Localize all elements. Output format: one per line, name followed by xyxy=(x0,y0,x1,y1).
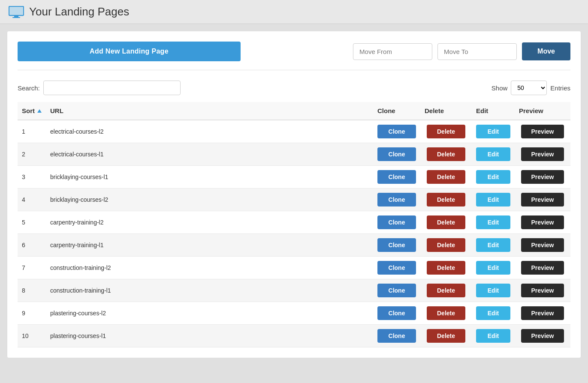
cell-clone: Clone xyxy=(373,143,420,166)
edit-button[interactable]: Edit xyxy=(476,193,510,206)
cell-edit: Edit xyxy=(472,143,515,166)
cell-delete: Delete xyxy=(420,189,472,211)
cell-sort: 8 xyxy=(18,279,46,302)
cell-delete: Delete xyxy=(420,166,472,189)
cell-url: electrical-courses-l2 xyxy=(46,120,373,143)
edit-button[interactable]: Edit xyxy=(476,170,510,184)
preview-button[interactable]: Preview xyxy=(521,261,564,275)
svg-rect-1 xyxy=(14,15,18,17)
cell-preview: Preview xyxy=(515,325,570,347)
cell-clone: Clone xyxy=(373,166,420,189)
edit-button[interactable]: Edit xyxy=(476,329,510,343)
cell-clone: Clone xyxy=(373,325,420,347)
edit-button[interactable]: Edit xyxy=(476,284,510,297)
cell-sort: 1 xyxy=(18,120,46,143)
move-from-input[interactable] xyxy=(353,43,432,60)
table-row: 9 plastering-courses-l2 Clone Delete Edi… xyxy=(18,302,570,325)
cell-preview: Preview xyxy=(515,302,570,325)
clone-button[interactable]: Clone xyxy=(377,147,416,161)
cell-edit: Edit xyxy=(472,189,515,211)
table-row: 8 construction-training-l1 Clone Delete … xyxy=(18,279,570,302)
cell-edit: Edit xyxy=(472,234,515,257)
table-row: 4 bricklaying-courses-l2 Clone Delete Ed… xyxy=(18,189,570,211)
preview-button[interactable]: Preview xyxy=(521,170,564,184)
table-row: 3 bricklaying-courses-l1 Clone Delete Ed… xyxy=(18,166,570,189)
cell-edit: Edit xyxy=(472,302,515,325)
table-row: 6 carpentry-training-l1 Clone Delete Edi… xyxy=(18,234,570,257)
cell-sort: 10 xyxy=(18,325,46,347)
search-input[interactable] xyxy=(43,81,181,95)
delete-button[interactable]: Delete xyxy=(427,125,465,138)
edit-button[interactable]: Edit xyxy=(476,306,510,320)
add-landing-page-button[interactable]: Add New Landing Page xyxy=(18,42,241,61)
th-clone: Clone xyxy=(373,102,420,120)
cell-sort: 9 xyxy=(18,302,46,325)
preview-button[interactable]: Preview xyxy=(521,329,564,343)
delete-button[interactable]: Delete xyxy=(427,215,465,229)
preview-button[interactable]: Preview xyxy=(521,238,564,252)
show-group: Show 10 25 50 100 Entries xyxy=(492,81,570,95)
cell-clone: Clone xyxy=(373,234,420,257)
edit-button[interactable]: Edit xyxy=(476,215,510,229)
cell-url: construction-training-l2 xyxy=(46,257,373,279)
clone-button[interactable]: Clone xyxy=(377,238,416,252)
delete-button[interactable]: Delete xyxy=(427,306,465,320)
svg-rect-3 xyxy=(10,7,23,15)
preview-button[interactable]: Preview xyxy=(521,125,564,138)
cell-url: electrical-courses-l1 xyxy=(46,143,373,166)
cell-edit: Edit xyxy=(472,166,515,189)
table-row: 5 carpentry-training-l2 Clone Delete Edi… xyxy=(18,211,570,234)
cell-clone: Clone xyxy=(373,211,420,234)
cell-clone: Clone xyxy=(373,257,420,279)
delete-button[interactable]: Delete xyxy=(427,261,465,275)
edit-button[interactable]: Edit xyxy=(476,147,510,161)
cell-url: bricklaying-courses-l1 xyxy=(46,166,373,189)
edit-button[interactable]: Edit xyxy=(476,238,510,252)
preview-button[interactable]: Preview xyxy=(521,215,564,229)
page-header: Your Landing Pages xyxy=(0,0,588,24)
show-select[interactable]: 10 25 50 100 xyxy=(511,81,547,95)
cell-preview: Preview xyxy=(515,211,570,234)
clone-button[interactable]: Clone xyxy=(377,125,416,138)
preview-button[interactable]: Preview xyxy=(521,306,564,320)
clone-button[interactable]: Clone xyxy=(377,284,416,297)
cell-url: carpentry-training-l1 xyxy=(46,234,373,257)
cell-preview: Preview xyxy=(515,166,570,189)
show-label: Show xyxy=(492,84,508,92)
preview-button[interactable]: Preview xyxy=(521,147,564,161)
cell-preview: Preview xyxy=(515,120,570,143)
move-button[interactable]: Move xyxy=(522,42,570,60)
cell-url: plastering-courses-l1 xyxy=(46,325,373,347)
edit-button[interactable]: Edit xyxy=(476,125,510,138)
cell-clone: Clone xyxy=(373,302,420,325)
monitor-icon xyxy=(9,6,24,18)
th-sort: Sort xyxy=(18,102,46,120)
preview-button[interactable]: Preview xyxy=(521,193,564,206)
th-preview: Preview xyxy=(515,102,570,120)
clone-button[interactable]: Clone xyxy=(377,193,416,206)
preview-button[interactable]: Preview xyxy=(521,284,564,297)
cell-edit: Edit xyxy=(472,325,515,347)
th-delete: Delete xyxy=(420,102,472,120)
delete-button[interactable]: Delete xyxy=(427,238,465,252)
delete-button[interactable]: Delete xyxy=(427,284,465,297)
table-row: 1 electrical-courses-l2 Clone Delete Edi… xyxy=(18,120,570,143)
clone-button[interactable]: Clone xyxy=(377,261,416,275)
clone-button[interactable]: Clone xyxy=(377,170,416,184)
edit-button[interactable]: Edit xyxy=(476,261,510,275)
delete-button[interactable]: Delete xyxy=(427,193,465,206)
delete-button[interactable]: Delete xyxy=(427,147,465,161)
clone-button[interactable]: Clone xyxy=(377,329,416,343)
cell-delete: Delete xyxy=(420,234,472,257)
move-to-input[interactable] xyxy=(437,43,517,60)
cell-sort: 3 xyxy=(18,166,46,189)
page-title: Your Landing Pages xyxy=(29,5,129,18)
cell-preview: Preview xyxy=(515,143,570,166)
table-body: 1 electrical-courses-l2 Clone Delete Edi… xyxy=(18,120,570,347)
delete-button[interactable]: Delete xyxy=(427,329,465,343)
cell-delete: Delete xyxy=(420,143,472,166)
search-bar: Search: Show 10 25 50 100 Entries xyxy=(18,81,570,95)
delete-button[interactable]: Delete xyxy=(427,170,465,184)
clone-button[interactable]: Clone xyxy=(377,306,416,320)
clone-button[interactable]: Clone xyxy=(377,215,416,229)
